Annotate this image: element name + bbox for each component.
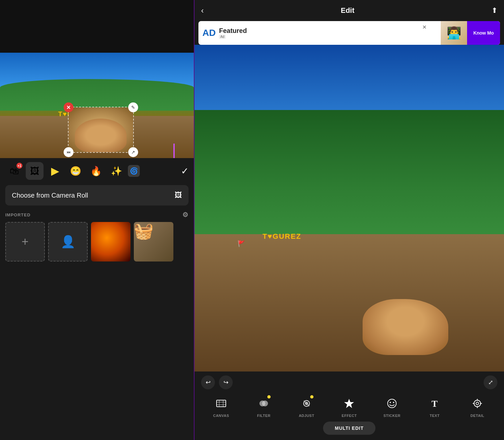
toolbar-sticker-bag[interactable]: 🛍 +1 [5,162,23,180]
svg-point-13 [308,404,310,406]
cat-image [69,107,133,152]
right-landscape-photo: 🚩 T♥GUREZ [194,45,504,371]
sticker-play-button[interactable]: ⏮ [64,147,74,157]
ad-close-button[interactable]: ✕ [421,24,428,30]
tool-filter[interactable]: FILTER [252,395,275,418]
tool-detail[interactable]: DETAIL [466,395,489,418]
toolbar-recent-sticker[interactable]: 🌀 [128,165,140,177]
share-button[interactable]: ⬆ [491,6,497,15]
right-panel: ‹ Edit ⬆ AD Featured Ad ✕ 👨‍💻 Know Mo [194,0,504,440]
purple-arrow-annotation-left [164,144,184,158]
right-bottom-controls: ↩ ↪ ⤢ CANVAS [194,371,504,440]
right-photo-container: 🚩 T♥GUREZ [194,45,504,371]
sticker-badge: +1 [16,163,22,169]
svg-point-19 [474,400,481,407]
landscape-photo: T♥GUREZ ✕ ✎ ⏮ ↗ [0,53,194,158]
camera-roll-label: Choose from Camera Roll [12,192,88,199]
detail-label: DETAIL [470,414,484,418]
left-top-bar [0,0,194,53]
undo-button[interactable]: ↩ [201,375,215,389]
multi-edit-row: MULTI EDIT [194,419,504,440]
right-ground [194,234,504,371]
svg-marker-14 [344,399,354,408]
sticker-toolbar: 🛍 +1 🖼 ▶ 😁 🔥 ✨ 🌀 ✓ [0,158,194,184]
text-icon: T [426,395,444,412]
back-button[interactable]: ‹ [201,6,204,15]
toolbar-emoji[interactable]: 😁 [67,162,84,180]
undo-redo-group: ↩ ↪ [201,375,233,389]
effect-icon [340,395,358,412]
tool-effect[interactable]: EFFECT [338,395,361,418]
svg-point-17 [393,402,394,403]
camera-roll-button[interactable]: Choose from Camera Roll 🖼 [5,185,189,206]
ad-featured-text: Featured [219,27,247,35]
sticker-icon [383,395,401,412]
imported-section: IMPORTED ⚙ + 👤 🧺 [0,207,194,264]
svg-point-16 [390,402,391,403]
adjust-label: ADJUST [299,414,314,418]
resize-button[interactable]: ⤢ [484,375,497,389]
import-image-1[interactable] [91,222,131,261]
left-photo-area: T♥GUREZ ✕ ✎ ⏮ ↗ [0,53,194,158]
right-header: ‹ Edit ⬆ [194,0,504,21]
svg-point-12 [304,400,306,402]
sticker-edit-button[interactable]: ✎ [128,102,138,112]
sticker-resize-button[interactable]: ↗ [128,147,138,157]
redo-button[interactable]: ↪ [219,375,233,389]
svg-point-11 [305,402,308,405]
import-image-2[interactable]: 🧺 [134,222,173,261]
toolbar-gallery[interactable]: 🖼 [26,162,44,180]
import-person-button[interactable]: 👤 [48,222,88,261]
imported-label: IMPORTED ⚙ [5,211,189,219]
ad-know-more-button[interactable]: Know Mo [467,21,500,45]
page-title: Edit [341,6,355,15]
tool-text[interactable]: T TEXT [423,395,446,418]
ad-left: AD Featured Ad [198,24,441,41]
toolbar-sparkle[interactable]: ✨ [107,162,125,180]
toolbar-play[interactable]: ▶ [46,162,64,180]
right-cat-sticker [363,299,448,355]
canvas-icon [212,395,230,412]
cat-sticker-overlay[interactable]: ✕ ✎ ⏮ ↗ [68,107,134,153]
effect-label: EFFECT [342,414,357,418]
svg-text:T: T [431,399,438,409]
ad-banner: AD Featured Ad ✕ 👨‍💻 Know Mo [198,21,500,45]
ad-badge: Ad [219,35,225,39]
svg-rect-3 [217,400,226,407]
svg-point-20 [476,402,479,405]
filter-icon [255,395,273,412]
settings-icon[interactable]: ⚙ [182,211,189,219]
tool-canvas[interactable]: CANVAS [210,395,233,418]
camera-roll-icon: 🖼 [175,191,182,200]
undo-redo-row: ↩ ↪ ⤢ [194,375,504,392]
mountain [0,79,194,111]
multi-edit-button[interactable]: MULTI EDIT [323,422,376,435]
toolbar-fire[interactable]: 🔥 [87,162,105,180]
sticker-label: STICKER [383,414,400,418]
svg-point-9 [262,400,268,406]
cat-body [75,119,127,152]
filter-label: FILTER [257,414,271,418]
tool-row: CANVAS FILTER [194,392,504,419]
tool-sticker[interactable]: STICKER [380,395,403,418]
svg-point-15 [388,399,396,408]
sticker-remove-button[interactable]: ✕ [64,102,74,112]
right-mountain [194,110,504,241]
imported-grid: + 👤 🧺 [5,222,189,261]
ad-image: 👨‍💻 Know Mo [441,21,500,45]
detail-icon [468,395,486,412]
ad-content: Featured Ad [219,27,247,39]
canvas-label: CANVAS [213,414,229,418]
text-label: TEXT [430,414,440,418]
ad-logo: AD [202,28,216,38]
tool-adjust[interactable]: ADJUST [295,395,318,418]
left-panel: T♥GUREZ ✕ ✎ ⏮ ↗ [0,0,194,440]
right-landscape-text: T♥GUREZ [263,232,302,241]
import-add-button[interactable]: + [5,222,45,261]
left-bottom-section: 🛍 +1 🖼 ▶ 😁 🔥 ✨ 🌀 ✓ Choose from Camera Ro… [0,158,194,440]
adjust-icon [298,395,315,412]
toolbar-checkmark[interactable]: ✓ [181,166,189,177]
red-flag: 🚩 [238,240,245,247]
